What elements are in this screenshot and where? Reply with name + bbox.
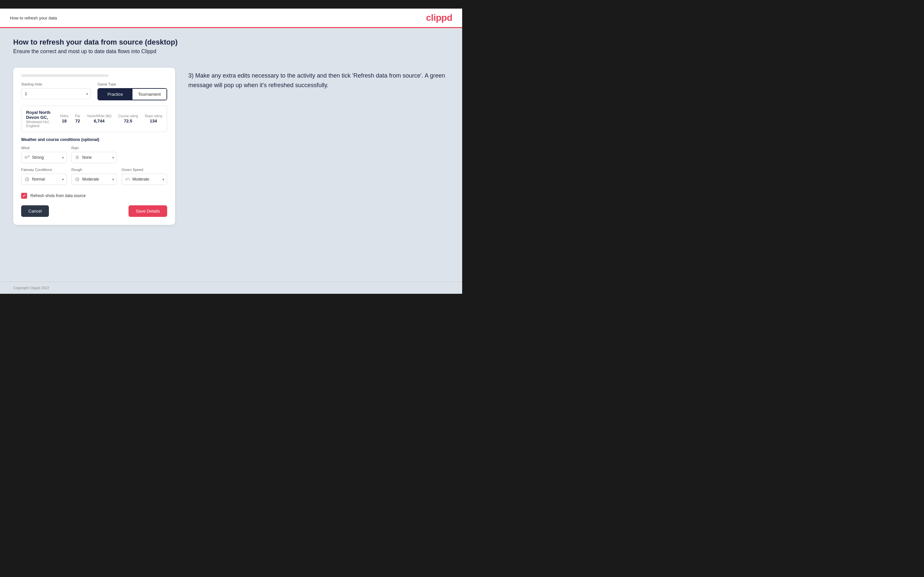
- wind-value: Strong: [32, 155, 57, 160]
- stat-slope-rating: Slope rating 134: [145, 114, 162, 124]
- page-subtitle: Ensure the correct and most up to date d…: [13, 48, 449, 55]
- button-row: Cancel Save Details: [21, 205, 167, 217]
- content-area: Starting Hole 1 ▾ Game Type Practice Tou…: [13, 64, 449, 225]
- footer: Copyright Clippd 2022: [0, 282, 462, 294]
- save-button[interactable]: Save Details: [129, 205, 167, 217]
- fairway-value: Normal: [32, 177, 57, 182]
- rough-chevron: ▾: [112, 177, 114, 181]
- par-label: Par: [75, 114, 80, 118]
- wind-group: Wind Strong ▾: [21, 146, 67, 163]
- card-top-strip: [21, 74, 109, 77]
- holes-label: Holes: [60, 114, 69, 118]
- stat-holes: Holes 18: [60, 114, 69, 124]
- conditions-row-2: Fairway Conditions Normal ▾ Rough: [21, 168, 167, 185]
- yards-label: Yards/White (M)): [87, 114, 111, 118]
- rain-chevron: ▾: [112, 156, 114, 160]
- wind-label: Wind: [21, 146, 67, 150]
- rain-icon: [74, 155, 80, 160]
- rain-group: Rain None ▾: [71, 146, 117, 163]
- fairway-group: Fairway Conditions Normal ▾: [21, 168, 67, 185]
- rough-group: Rough Moderate ▾: [71, 168, 117, 185]
- green-speed-icon: [124, 176, 131, 182]
- svg-point-0: [76, 156, 78, 158]
- rough-dropdown[interactable]: Moderate ▾: [71, 174, 117, 185]
- course-name: Royal North Devon GC,: [26, 110, 53, 120]
- main-content: How to refresh your data from source (de…: [0, 28, 462, 282]
- game-type-group: Game Type Practice Tournament: [97, 82, 167, 100]
- course-rating-value: 72.5: [124, 119, 132, 124]
- stat-yards: Yards/White (M)) 6,744: [87, 114, 111, 124]
- cancel-button[interactable]: Cancel: [21, 205, 49, 217]
- rain-value: None: [82, 155, 107, 160]
- practice-button[interactable]: Practice: [98, 89, 132, 100]
- green-speed-label: Green Speed: [121, 168, 167, 172]
- stat-par: Par 72: [75, 114, 80, 124]
- starting-hole-select[interactable]: 1: [21, 89, 90, 99]
- form-card: Starting Hole 1 ▾ Game Type Practice Tou…: [13, 68, 175, 225]
- course-location: Westward Ho!, England: [26, 120, 53, 128]
- copyright: Copyright Clippd 2022: [13, 286, 49, 290]
- weather-section-title: Weather and course conditions (optional): [21, 137, 167, 142]
- stat-course-rating: Course rating 72.5: [118, 114, 138, 124]
- course-rating-label: Course rating: [118, 114, 138, 118]
- rain-spacer: [121, 146, 167, 163]
- fairway-chevron: ▾: [62, 177, 64, 181]
- rough-label: Rough: [71, 168, 117, 172]
- starting-hole-select-wrapper[interactable]: 1 ▾: [21, 88, 91, 99]
- game-type-toggle: Practice Tournament: [97, 88, 167, 100]
- form-row-top: Starting Hole 1 ▾ Game Type Practice Tou…: [21, 82, 167, 100]
- wind-icon: [24, 155, 30, 160]
- slope-rating-label: Slope rating: [145, 114, 162, 118]
- header-title: How to refresh your data: [10, 16, 57, 21]
- holes-value: 18: [62, 119, 66, 124]
- course-info: Royal North Devon GC, Westward Ho!, Engl…: [26, 110, 53, 128]
- sidebar-description: 3) Make any extra edits necessary to the…: [188, 71, 449, 90]
- page-heading: How to refresh your data from source (de…: [13, 38, 449, 47]
- fairway-label: Fairway Conditions: [21, 168, 67, 172]
- rough-icon: [74, 176, 80, 182]
- fairway-dropdown[interactable]: Normal ▾: [21, 174, 67, 185]
- fairway-icon: [24, 176, 30, 182]
- game-type-label: Game Type: [97, 82, 167, 86]
- course-stats: Holes 18 Par 72 Yards/White (M)) 6,744 C…: [60, 114, 162, 124]
- wind-dropdown[interactable]: Strong ▾: [21, 152, 67, 163]
- green-speed-dropdown[interactable]: Moderate ▾: [121, 174, 167, 185]
- rough-value: Moderate: [82, 177, 107, 182]
- top-bar: [0, 0, 462, 8]
- rain-dropdown[interactable]: None ▾: [71, 152, 117, 163]
- course-row: Royal North Devon GC, Westward Ho!, Engl…: [21, 106, 167, 132]
- refresh-label: Refresh shots from data source: [31, 193, 86, 198]
- rain-label: Rain: [71, 146, 117, 150]
- green-speed-group: Green Speed Moderate ▾: [121, 168, 167, 185]
- par-value: 72: [75, 119, 80, 124]
- sidebar: 3) Make any extra edits necessary to the…: [188, 64, 449, 90]
- logo: clippd: [426, 13, 452, 23]
- green-speed-value: Moderate: [132, 177, 158, 182]
- header: How to refresh your data clippd: [0, 8, 462, 28]
- wind-chevron: ▾: [62, 156, 64, 160]
- tournament-button[interactable]: Tournament: [132, 89, 167, 100]
- conditions-row-1: Wind Strong ▾ Rain: [21, 146, 167, 163]
- slope-rating-value: 134: [150, 119, 157, 124]
- yards-value: 6,744: [94, 119, 105, 124]
- refresh-checkbox-row: Refresh shots from data source: [21, 193, 167, 199]
- green-speed-chevron: ▾: [163, 177, 164, 181]
- starting-hole-label: Starting Hole: [21, 82, 91, 86]
- refresh-checkbox[interactable]: [21, 193, 27, 199]
- starting-hole-group: Starting Hole 1 ▾: [21, 82, 91, 100]
